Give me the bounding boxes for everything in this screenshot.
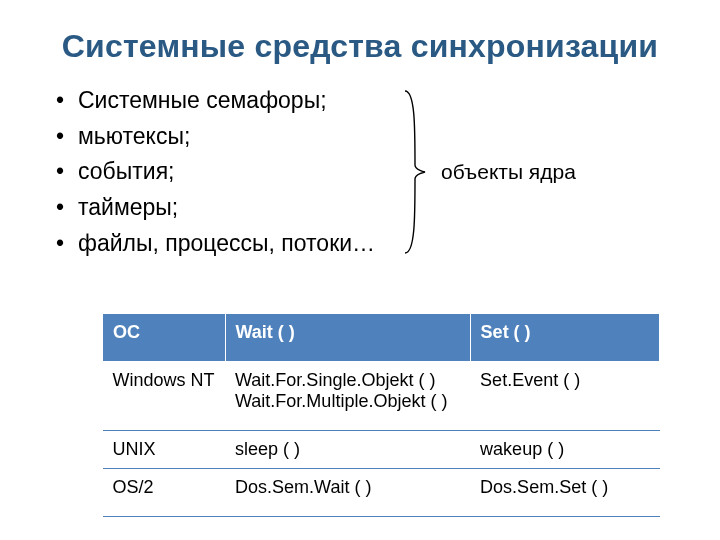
table-row: UNIX sleep ( ) wakeup ( ) bbox=[103, 431, 660, 469]
list-item: события; bbox=[56, 154, 375, 190]
table-cell: Dos.Sem.Wait ( ) bbox=[225, 469, 470, 517]
table-row: Windows NT Wait.For.Single.Objekt ( ) Wa… bbox=[103, 362, 660, 431]
table-header: Set ( ) bbox=[470, 314, 659, 362]
annotation-label: объекты ядра bbox=[441, 160, 576, 184]
os-table: ОС Wait ( ) Set ( ) Windows NT Wait.For.… bbox=[102, 313, 660, 517]
list-item: Системные семафоры; bbox=[56, 83, 375, 119]
slide: Системные средства синхронизации Системн… bbox=[0, 0, 720, 540]
table-cell: Set.Event ( ) bbox=[470, 362, 659, 431]
table-cell: wakeup ( ) bbox=[470, 431, 659, 469]
curly-brace-icon bbox=[399, 87, 429, 257]
table-row: OS/2 Dos.Sem.Wait ( ) Dos.Sem.Set ( ) bbox=[103, 469, 660, 517]
table-header: Wait ( ) bbox=[225, 314, 470, 362]
table-cell: Dos.Sem.Set ( ) bbox=[470, 469, 659, 517]
table-header-row: ОС Wait ( ) Set ( ) bbox=[103, 314, 660, 362]
table-cell: Wait.For.Single.Objekt ( ) Wait.For.Mult… bbox=[225, 362, 470, 431]
bullet-list: Системные семафоры; мьютексы; события; т… bbox=[56, 83, 375, 261]
table-cell: OS/2 bbox=[103, 469, 226, 517]
page-title: Системные средства синхронизации bbox=[30, 28, 690, 65]
list-item: таймеры; bbox=[56, 190, 375, 226]
annotation-group: объекты ядра bbox=[399, 87, 576, 257]
table-cell: Windows NT bbox=[103, 362, 226, 431]
content-row: Системные семафоры; мьютексы; события; т… bbox=[30, 83, 690, 261]
table-header: ОС bbox=[103, 314, 226, 362]
list-item: мьютексы; bbox=[56, 119, 375, 155]
table-cell: UNIX bbox=[103, 431, 226, 469]
table-cell: sleep ( ) bbox=[225, 431, 470, 469]
list-item: файлы, процессы, потоки… bbox=[56, 226, 375, 262]
